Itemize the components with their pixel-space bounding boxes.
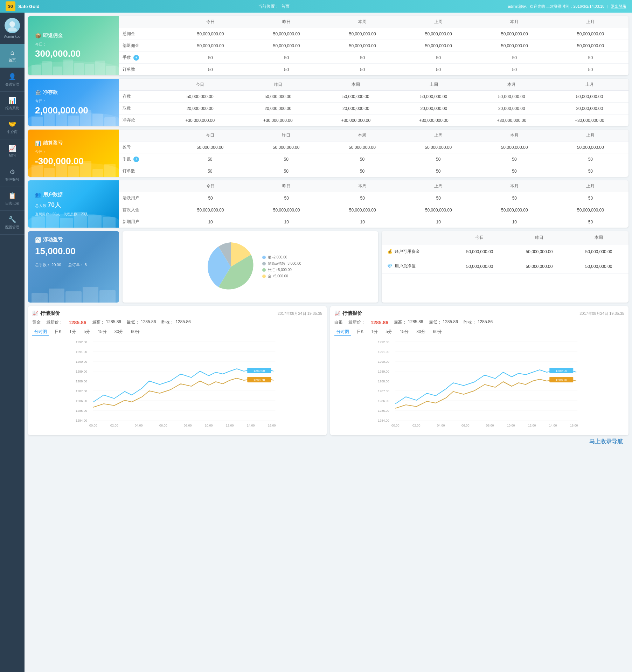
table-row: 新增用户 10 10 10 10 10 50 [119,216,628,228]
silver-high: 最高： 1285.86 [394,319,423,325]
sidebar-item-agent[interactable]: 🤝 中介商 [0,116,25,139]
cell: 50,000,000.00 [553,28,628,40]
tab-30min[interactable]: 30分 [112,328,125,336]
stab-15min[interactable]: 15分 [398,328,411,336]
user-info: admin您好、欢迎光临 上次登录时间：2016/3/2/14:03:18 | … [508,4,626,9]
cell: 50,000,000.00 [172,141,248,153]
col-week: 本周 [317,79,395,91]
acc-cell: 50,000,000.00 [450,259,509,274]
table-row: 手数 + 50 50 50 50 50 50 [119,153,628,165]
gold-chart-title: 📈 行情报价 [32,310,60,317]
avatar [5,18,20,33]
sidebar-item-mt4[interactable]: 📈 MT4 [0,139,25,163]
acc-col-week: 本周 [569,231,628,244]
tab-60min[interactable]: 60分 [129,328,142,336]
cell: 50 [324,165,400,177]
main-content: 📦 即返佣金 今日： 300,000.00 [25,13,632,672]
row-label: 首次入金 [119,204,173,216]
svg-text:1284.00: 1284.00 [76,419,87,422]
col-month: 本月 [473,79,550,91]
svg-text:1287.00: 1287.00 [378,389,389,393]
stab-60min[interactable]: 60分 [431,328,444,336]
netdeposit-card-left: 🏦 净存款 今日： 2,000,000.00 [28,79,119,126]
cell: +30,000,000.00 [239,115,317,126]
row-label: 净存款 [119,115,161,126]
cell: 50 [477,64,553,76]
account-card: 今日 昨日 本周 💰账户可用资金 50,000,000.00 50,000,00… [382,231,629,303]
stab-1min[interactable]: 1分 [369,328,380,336]
col-lastweek: 上周 [401,16,477,28]
userdata-total-label: 总人数 70人 [35,201,112,209]
svg-text:06:00: 06:00 [159,424,167,427]
tab-rik[interactable]: 日K [53,328,64,336]
silver-chart-header: 📈 行情报价 2017年08月24日 19:35:35 [334,310,625,317]
stab-5min[interactable]: 5分 [383,328,394,336]
col-label [119,79,161,91]
plus-icon[interactable]: + [133,157,139,162]
breadcrumb-label: 当前位置： [258,4,279,9]
acc-cell: 50,000,000.00 [569,244,628,259]
plus-icon[interactable]: + [133,55,139,61]
sidebar-item-report[interactable]: 📊 报表系统 [0,92,25,116]
cell: +30,000,000.00 [161,115,239,126]
sidebar-item-config[interactable]: 🔧 配置管理 [0,211,25,235]
mt4-icon: 📈 [8,145,16,152]
row-label: 盈亏 [119,141,172,153]
col-month: 本月 [476,130,552,141]
userdata-title: 👥 用户数据 [35,192,112,198]
pie-chart-svg [199,235,262,298]
gold-chart-time: 2017年08月24日 19:35:35 [278,311,322,316]
cell: 10 [173,216,249,228]
cell: 50 [325,52,401,64]
cell: 20,000,000.00 [395,103,473,115]
col-label [119,16,173,28]
cell: 50,000,000.00 [477,204,553,216]
sidebar-item-admin[interactable]: ⚙ 管理账号 [0,163,25,187]
sidebar-item-home[interactable]: ⌂ 首页 [0,44,25,68]
tab-5min[interactable]: 5分 [82,328,92,336]
silver-chart-svg: 1292.00 1291.00 1290.00 1289.00 1288.00 … [334,339,625,430]
cell: 50 [248,165,324,177]
float-card: 📉 浮动盈亏 15,000.00 总手数： 20.00 总订单： 8 [28,231,119,303]
silver-metal: 白银 [334,319,343,325]
sidebar-avatar: Admin koo [0,13,25,44]
stab-rik[interactable]: 日K [355,328,366,336]
tab-15min[interactable]: 15分 [96,328,109,336]
commission-card-left: 📦 即返佣金 今日： 300,000.00 [28,16,119,75]
silver-chart-tabs: 分时图 日K 1分 5分 15分 30分 60分 [334,328,625,336]
svg-text:14:00: 14:00 [247,424,255,427]
cell: 50 [325,192,401,204]
cell: 50,000,000.00 [161,91,239,103]
acc-cell: 50,000,000.00 [569,259,628,274]
cell: 50,000,000.00 [249,204,325,216]
tab-fen[interactable]: 分时图 [32,328,49,336]
cell: 50,000,000.00 [325,40,401,52]
sidebar-item-log[interactable]: 📋 日志记录 [0,187,25,211]
table-row: 总佣金 50,000,000.00 50,000,000.00 50,000,0… [119,28,628,40]
stab-fen[interactable]: 分时图 [334,328,351,336]
acc-cell: 50,000,000.00 [509,244,569,259]
svg-text:04:00: 04:00 [437,424,445,427]
row-label: 取数 [119,103,161,115]
table-row: 存数 50,000,000.00 50,000,000.00 50,000,00… [119,91,628,103]
acc-row-label: 💎用户总净值 [382,259,450,274]
cell: 50,000,000.00 [248,141,324,153]
row-label: 活跃用户 [119,192,173,204]
gold-chart-area: 1292.00 1291.00 1290.00 1289.00 1288.00 … [32,339,322,431]
sidebar: Admin koo ⌂ 首页 👤 会员管理 📊 报表系统 🤝 中介商 📈 MT4… [0,13,25,672]
gold-price-row: 黄金 最新价： 1285.86 最高： 1285.86 最低： 1285.86 … [32,319,322,325]
cell: 20,000,000.00 [239,103,317,115]
col-today: 今日 [173,16,249,28]
cell: 50 [173,192,249,204]
cell: 10 [325,216,401,228]
stab-30min[interactable]: 30分 [414,328,427,336]
acc-cell: 50,000,000.00 [509,259,569,274]
commission-card: 📦 即返佣金 今日： 300,000.00 [28,16,628,75]
cell: 50 [249,52,325,64]
logout-button[interactable]: 退出登录 [611,4,626,9]
commission-subtitle: 今日： [35,42,112,47]
settlement-subtitle: 今日： [35,149,112,154]
svg-text:02:00: 02:00 [412,424,420,427]
sidebar-item-member[interactable]: 👤 会员管理 [0,68,25,92]
tab-1min[interactable]: 1分 [67,328,78,336]
